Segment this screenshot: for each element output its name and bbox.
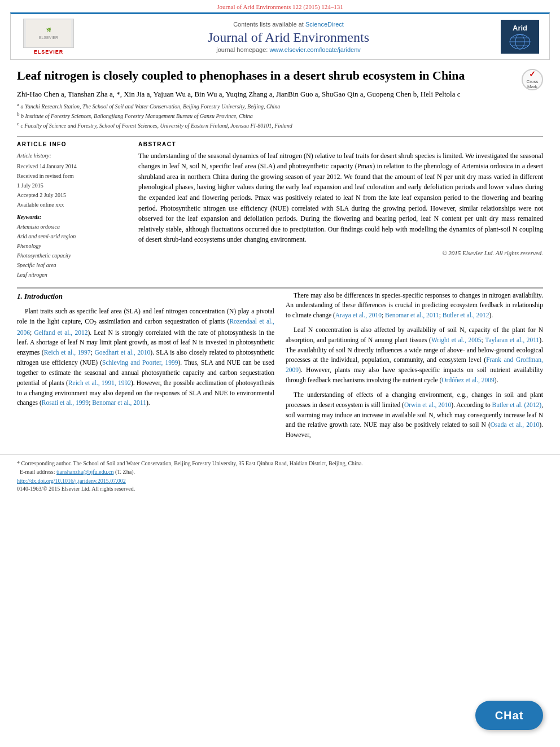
ref-taylaran[interactable]: Taylaran et al., 2011 (485, 337, 539, 343)
keyword-4: Photosynthetic capacity (17, 251, 127, 260)
ref-goedhart[interactable]: Goedhart et al., 2010 (94, 349, 150, 356)
footer-area: * Corresponding author. The School of So… (0, 454, 560, 495)
affil-a: a a Yanchi Research Station, The School … (17, 101, 543, 111)
crossmark-badge[interactable]: ✓ CrossMark (522, 69, 543, 90)
revised-date: 1 July 2015 (17, 181, 127, 190)
journal-header: 🌿 ELSEVIER ELSEVIER Contents lists avail… (10, 12, 550, 60)
two-col-section: ARTICLE INFO Article history: Received 1… (17, 141, 543, 279)
right-para-2: Leaf N concentration is also affected by… (286, 325, 543, 386)
received-date: Received 14 January 2014 (17, 161, 127, 171)
affil-b: b b Institute of Forestry Sciences, Bail… (17, 111, 543, 120)
abstract-text: The understanding of the seasonal dynami… (138, 151, 543, 245)
body-right-col: There may also be differences in species… (286, 291, 543, 445)
svg-text:🌿: 🌿 (46, 27, 51, 32)
intro-para-1: Plant traits such as specific leaf area … (17, 307, 274, 408)
ref-benomar1[interactable]: Benomar et al., 2011 (92, 399, 146, 406)
article-info-col: ARTICLE INFO Article history: Received 1… (17, 141, 127, 279)
abstract-col: ABSTRACT The understanding of the season… (138, 141, 543, 279)
section-1-header: 1. Introduction (17, 291, 274, 302)
journal-homepage-link[interactable]: www.elsevier.com/locate/jaridenv (269, 46, 360, 53)
copyright-line: © 2015 Elsevier Ltd. All rights reserved… (138, 250, 543, 256)
svg-rect-0 (26, 20, 71, 47)
article-history: Article history: Received 14 January 201… (17, 151, 127, 209)
affiliations: a a Yanchi Research Station, The School … (17, 101, 543, 130)
article-content: ✓ CrossMark Leaf nitrogen is closely cou… (0, 60, 560, 285)
svg-text:ELSEVIER: ELSEVIER (39, 36, 58, 40)
article-title: Leaf nitrogen is closely coupled to phen… (17, 68, 543, 84)
science-direct-link[interactable]: ScienceDirect (305, 21, 344, 28)
science-direct-line: Contents lists available at ScienceDirec… (80, 21, 497, 28)
ref-orwin[interactable]: Orwin et al., 2010 (404, 401, 451, 408)
divider-1 (17, 136, 543, 137)
available-online: Available online xxx (17, 200, 127, 209)
article-info-header: ARTICLE INFO (17, 141, 127, 147)
authors-text: Zhi-Hao Chen a, Tianshan Zha a, *, Xin J… (17, 90, 460, 98)
chat-button-label: CHat (495, 709, 524, 722)
page-container: Journal of Arid Environments 122 (2015) … (0, 0, 560, 495)
keyword-1: Artemisia ordosica (17, 222, 127, 231)
elsevier-logo-area: 🌿 ELSEVIER ELSEVIER (18, 19, 80, 55)
ref-benomar2[interactable]: Benomar et al., 2011 (385, 312, 439, 318)
journal-title: Journal of Arid Environments (80, 30, 497, 45)
authors-line: Zhi-Hao Chen a, Tianshan Zha a, *, Xin J… (17, 90, 543, 99)
right-para-3: The understanding of effects of a changi… (286, 390, 543, 440)
arid-logo-area: Arid (497, 20, 542, 54)
right-para-1: There may also be differences in species… (286, 291, 543, 321)
email-link[interactable]: tianshanzha@bjfu.edu.cn (56, 469, 113, 475)
keyword-5: Specific leaf area (17, 260, 127, 270)
body-columns: 1. Introduction Plant traits such as spe… (0, 291, 560, 445)
chat-button[interactable]: CHat (475, 701, 543, 730)
footer-issn: 0140-1963/© 2015 Elsevier Ltd. All right… (17, 486, 543, 492)
ref-reich1991[interactable]: Reich et al., 1991, 1992 (68, 379, 131, 386)
keywords-label: Keywords: (17, 214, 127, 220)
accepted-date: Accepted 2 July 2015 (17, 190, 127, 200)
journal-citation: Journal of Arid Environments 122 (2015) … (217, 3, 343, 10)
bottom-divider (17, 287, 543, 289)
received-revised-label: Received in revised form (17, 171, 127, 181)
ref-butler-inline[interactable]: Butler et al. (2012) (492, 401, 542, 408)
affil-c: c c Faculty of Science and Forestry, Sch… (17, 120, 543, 130)
abstract-header: ABSTRACT (138, 141, 543, 147)
ref-ordonez[interactable]: Ordóñez et al., 2009 (441, 377, 495, 383)
ref-osada[interactable]: Osada et al., 2010 (491, 421, 539, 428)
ref-butler2012[interactable]: Butler et al., 2012 (443, 312, 489, 318)
ref-schieving[interactable]: Schieving and Poorter, 1999 (102, 359, 178, 366)
journal-homepage: journal homepage: www.elsevier.com/locat… (80, 46, 497, 53)
ref-rosati[interactable]: Rosati et al., 1999 (42, 399, 89, 406)
arid-logo-text: Arid (513, 24, 527, 32)
keyword-6: Leaf nitrogen (17, 270, 127, 279)
crossmark-inner: ✓ CrossMark (522, 69, 543, 90)
ref-gelfand[interactable]: Gelfand et al., 2012 (34, 329, 88, 336)
top-bar: Journal of Arid Environments 122 (2015) … (0, 0, 560, 12)
elsevier-logo-image: 🌿 ELSEVIER (23, 19, 74, 48)
ref-wright[interactable]: Wright et al., 2005 (431, 337, 482, 343)
keyword-2: Arid and semi-arid region (17, 231, 127, 241)
doi-link[interactable]: http://dx.doi.org/10.1016/j.jaridenv.201… (17, 478, 126, 484)
ref-reich1997[interactable]: Reich et al., 1997 (44, 349, 91, 356)
footer-footnote: * Corresponding author. The School of So… (17, 459, 543, 476)
footer-doi: http://dx.doi.org/10.1016/j.jaridenv.201… (17, 478, 543, 484)
arid-logo: Arid (501, 20, 539, 54)
journal-header-center: Contents lists available at ScienceDirec… (80, 21, 497, 53)
elsevier-text: ELSEVIER (34, 49, 64, 55)
ref-frank[interactable]: Frank and Groffman, 2009 (286, 356, 543, 373)
body-left-col: 1. Introduction Plant traits such as spe… (17, 291, 274, 445)
keywords-section: Keywords: Artemisia ordosica Arid and se… (17, 214, 127, 279)
ref-araya[interactable]: Araya et al., 2010 (335, 312, 382, 318)
keyword-3: Phenology (17, 241, 127, 251)
globe-icon (509, 33, 531, 50)
history-label: Article history: (17, 151, 127, 160)
